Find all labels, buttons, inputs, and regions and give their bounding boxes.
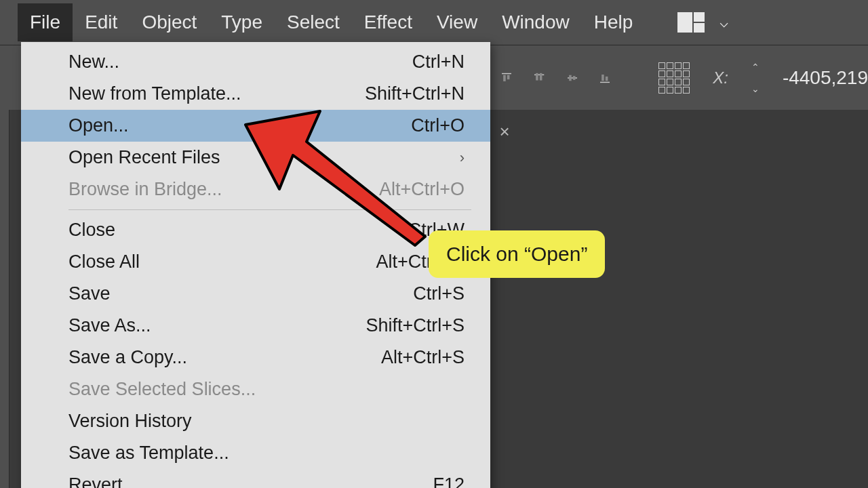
align-top-icon[interactable]: [502, 64, 511, 92]
menu-item-label: Save: [68, 283, 111, 304]
pixel-snap-icon[interactable]: [658, 62, 690, 94]
svg-rect-2: [507, 75, 510, 79]
menu-item-label: Close: [68, 220, 115, 241]
main-menubar: File Edit Object Type Select Effect View…: [0, 0, 868, 45]
menu-item-label: Save as Template...: [68, 443, 229, 464]
svg-rect-1: [503, 75, 506, 81]
svg-rect-10: [601, 75, 604, 81]
menu-item-shortcut: Alt+Ctrl+S: [381, 347, 465, 368]
menu-effect[interactable]: Effect: [352, 3, 425, 41]
menu-item-shortcut: Ctrl+N: [412, 52, 465, 73]
svg-rect-7: [569, 75, 572, 81]
menu-item-label: Save a Copy...: [68, 347, 187, 368]
menu-item-shortcut: Shift+Ctrl+S: [366, 315, 465, 336]
menu-item-label: Open Recent Files: [68, 147, 220, 168]
workspace-switcher[interactable]: ⌵: [677, 12, 728, 33]
svg-rect-4: [536, 73, 538, 80]
align-v-center-icon[interactable]: [534, 64, 544, 92]
menu-item-label: New from Template...: [68, 83, 241, 104]
menu-item-new[interactable]: New... Ctrl+N: [21, 46, 490, 78]
menu-item-shortcut: Ctrl+S: [413, 283, 465, 304]
align-h-center-icon[interactable]: [568, 64, 577, 92]
annotation-arrow: [239, 104, 435, 247]
menu-item-revert[interactable]: Revert F12: [21, 469, 490, 488]
menu-file[interactable]: File: [18, 3, 73, 41]
menu-item-shortcut: Shift+Ctrl+N: [365, 83, 465, 104]
annotation-callout: Click on “Open”: [429, 230, 605, 278]
menu-item-save-as-template[interactable]: Save as Template...: [21, 437, 490, 469]
menu-item-version-history[interactable]: Version History: [21, 405, 490, 437]
menu-item-save-slices: Save Selected Slices...: [21, 373, 490, 405]
menu-item-label: Revert: [68, 474, 123, 488]
x-coordinate-label: X:: [713, 68, 728, 87]
menu-type[interactable]: Type: [209, 3, 275, 41]
svg-rect-5: [540, 73, 542, 80]
menu-item-label: Browse in Bridge...: [68, 179, 222, 200]
submenu-arrow-icon: ›: [460, 149, 465, 167]
coordinate-stepper[interactable]: ⌃⌄: [751, 62, 760, 94]
left-ruler-edge: [0, 110, 9, 488]
menu-item-save-copy[interactable]: Save a Copy... Alt+Ctrl+S: [21, 342, 490, 373]
menu-item-save-as[interactable]: Save As... Shift+Ctrl+S: [21, 310, 490, 342]
menu-item-close-all[interactable]: Close All Alt+Ctrl+W: [21, 246, 490, 278]
menu-select[interactable]: Select: [275, 3, 352, 41]
svg-rect-9: [600, 81, 610, 82]
menu-help[interactable]: Help: [582, 3, 646, 41]
menu-item-label: Version History: [68, 411, 192, 432]
chevron-down-icon: ⌵: [719, 14, 728, 31]
menu-item-label: Open...: [68, 115, 129, 136]
menu-view[interactable]: View: [425, 3, 490, 41]
menu-edit[interactable]: Edit: [73, 3, 130, 41]
workspace-icon: [677, 12, 705, 33]
menu-item-label: Close All: [68, 251, 140, 272]
svg-marker-12: [245, 111, 425, 245]
stepper-up-icon[interactable]: ⌃: [751, 62, 760, 72]
align-bottom-icon[interactable]: [600, 64, 610, 92]
menu-item-label: Save Selected Slices...: [68, 379, 256, 400]
tab-close-icon[interactable]: ×: [492, 119, 517, 144]
svg-rect-8: [572, 76, 575, 80]
menu-item-shortcut: F12: [433, 474, 465, 488]
menu-item-label: New...: [68, 52, 119, 73]
stepper-down-icon[interactable]: ⌄: [751, 84, 760, 94]
svg-rect-11: [606, 76, 608, 80]
menu-item-save[interactable]: Save Ctrl+S: [21, 278, 490, 310]
x-coordinate-value[interactable]: -4405,219: [783, 67, 868, 89]
menu-window[interactable]: Window: [490, 3, 582, 41]
menu-object[interactable]: Object: [130, 3, 209, 41]
menu-item-label: Save As...: [68, 315, 151, 336]
svg-rect-0: [502, 73, 511, 73]
